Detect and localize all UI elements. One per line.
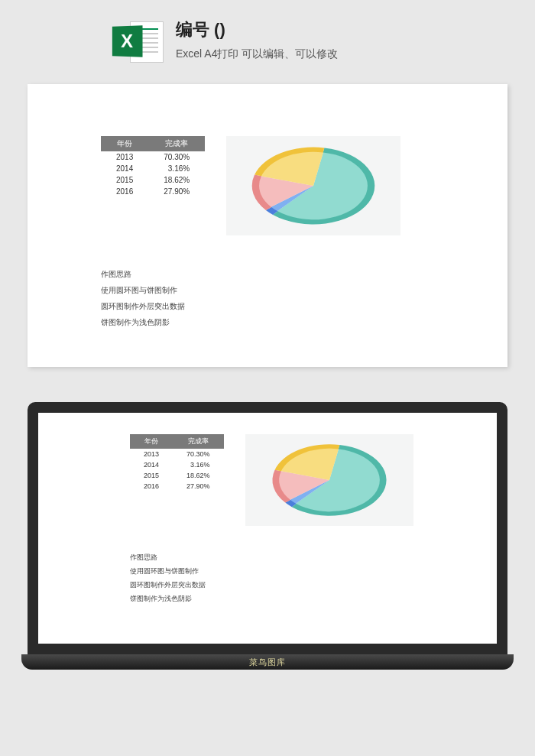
table-row: 201518.62% bbox=[130, 470, 224, 481]
page-subtitle: Excel A4打印 可以编辑、可以修改 bbox=[176, 47, 338, 61]
page-header: X 编号 () Excel A4打印 可以编辑、可以修改 bbox=[0, 0, 535, 66]
table-row: 201627.90% bbox=[101, 186, 205, 197]
notes-block-small: 作图思路 使用圆环图与饼图制作 圆环图制作外层突出数据 饼图制作为浅色阴影 bbox=[130, 550, 466, 605]
document-preview-card: 年份 完成率 201370.30% 20143.16% 201518.62% 2… bbox=[28, 84, 507, 367]
note-line: 作图思路 bbox=[130, 550, 466, 564]
laptop-mockup: 年份 完成率 201370.30% 20143.16% 201518.62% 2… bbox=[28, 402, 507, 670]
table-row: 20143.16% bbox=[130, 459, 224, 470]
data-table: 年份 完成率 201370.30% 20143.16% 201518.62% 2… bbox=[101, 136, 205, 197]
table-row: 201370.30% bbox=[130, 449, 224, 459]
laptop-base: 菜鸟图库 bbox=[21, 654, 514, 670]
data-table-small: 年份 完成率 201370.30% 20143.16% 201518.62% 2… bbox=[130, 434, 224, 492]
card-content: 年份 完成率 201370.30% 20143.16% 201518.62% 2… bbox=[101, 136, 477, 235]
table-row: 201370.30% bbox=[101, 151, 205, 163]
pie-chart-svg bbox=[259, 440, 400, 520]
note-line: 圆环图制作外层突出数据 bbox=[130, 578, 466, 592]
laptop-screen: 年份 完成率 201370.30% 20143.16% 201518.62% 2… bbox=[28, 402, 507, 654]
table-header-rate: 完成率 bbox=[148, 136, 205, 151]
note-line: 圆环图制作外层突出数据 bbox=[101, 298, 477, 314]
note-line: 饼图制作为浅色阴影 bbox=[130, 592, 466, 605]
card-content-small: 年份 完成率 201370.30% 20143.16% 201518.62% 2… bbox=[130, 434, 466, 526]
pie-chart-svg bbox=[242, 143, 385, 229]
pie-chart-small bbox=[245, 434, 413, 526]
table-header-year: 年份 bbox=[130, 434, 173, 449]
notes-block: 作图思路 使用圆环图与饼图制作 圆环图制作外层突出数据 饼图制作为浅色阴影 bbox=[101, 266, 477, 330]
note-line: 使用圆环图与饼图制作 bbox=[130, 564, 466, 578]
page-title: 编号 () bbox=[176, 18, 338, 41]
table-row: 201518.62% bbox=[101, 174, 205, 186]
table-header-year: 年份 bbox=[101, 136, 148, 151]
laptop-brand-label: 菜鸟图库 bbox=[249, 657, 286, 668]
header-text: 编号 () Excel A4打印 可以编辑、可以修改 bbox=[176, 18, 338, 61]
table-header-rate: 完成率 bbox=[173, 434, 224, 449]
note-line: 饼图制作为浅色阴影 bbox=[101, 314, 477, 330]
table-row: 201627.90% bbox=[130, 481, 224, 492]
excel-icon: X bbox=[112, 18, 164, 66]
note-line: 作图思路 bbox=[101, 266, 477, 282]
pie-chart bbox=[226, 136, 400, 235]
table-row: 20143.16% bbox=[101, 163, 205, 174]
note-line: 使用圆环图与饼图制作 bbox=[101, 282, 477, 298]
